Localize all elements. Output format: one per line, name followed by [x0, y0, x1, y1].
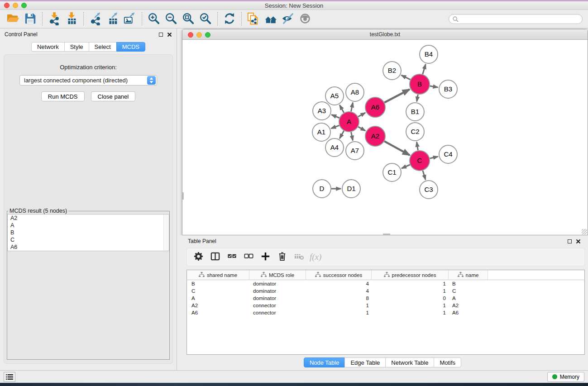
- table-cell[interactable]: A: [449, 295, 488, 301]
- export-table-button[interactable]: [104, 10, 121, 28]
- table-cell[interactable]: connector: [249, 303, 306, 308]
- tab-edge-table[interactable]: Edge Table: [344, 357, 386, 367]
- table-cell[interactable]: connector: [249, 310, 306, 315]
- graph-node-A4[interactable]: A4: [325, 138, 344, 157]
- table-cell[interactable]: 1: [306, 303, 372, 308]
- tab-motifs[interactable]: Motifs: [434, 357, 461, 367]
- deselect-all-button[interactable]: [242, 250, 255, 264]
- graph-node-A6[interactable]: A6: [365, 97, 385, 117]
- graph-edge[interactable]: [339, 105, 344, 113]
- function-builder-button[interactable]: f(x): [309, 252, 321, 262]
- graph-node-C[interactable]: C: [410, 151, 430, 171]
- graph-node-B1[interactable]: B1: [406, 103, 424, 121]
- float-panel-icon[interactable]: [159, 33, 163, 37]
- table-cell[interactable]: dominator: [249, 295, 306, 301]
- graph-node-C2[interactable]: C2: [406, 123, 424, 141]
- memory-button[interactable]: Memory: [547, 372, 584, 382]
- hide-selected-button[interactable]: [279, 10, 296, 28]
- graph-edge[interactable]: [331, 125, 339, 129]
- settings-gear-button[interactable]: [191, 250, 205, 264]
- graph-node-B2[interactable]: B2: [383, 62, 401, 80]
- tab-network[interactable]: Network: [31, 42, 65, 52]
- tab-select[interactable]: Select: [89, 42, 117, 52]
- table-cell[interactable]: C: [449, 288, 488, 294]
- save-session-button[interactable]: [22, 10, 39, 28]
- graph-edge[interactable]: [339, 131, 344, 138]
- table-cell[interactable]: 8: [306, 295, 372, 301]
- graph-node-B3[interactable]: B3: [439, 80, 457, 98]
- table-cell[interactable]: 1: [372, 303, 449, 308]
- graph-edge[interactable]: [358, 113, 365, 117]
- column-header-MCDS-role[interactable]: MCDS role: [249, 270, 306, 280]
- network-close-button[interactable]: [188, 32, 193, 38]
- result-list-item[interactable]: B: [8, 229, 169, 236]
- column-header-predecessor-nodes[interactable]: predecessor nodes: [372, 270, 449, 280]
- column-header-shared-name[interactable]: shared name: [187, 270, 249, 280]
- result-list-scrollbar[interactable]: [163, 214, 169, 251]
- graph-edge[interactable]: [430, 86, 438, 87]
- close-panel-button[interactable]: Close panel: [91, 91, 136, 101]
- tab-network-table[interactable]: Network Table: [385, 357, 434, 367]
- minimize-window-button[interactable]: [13, 3, 18, 8]
- table-cell[interactable]: A6: [449, 310, 488, 315]
- table-cell[interactable]: C: [187, 288, 249, 294]
- graph-node-A3[interactable]: A3: [313, 102, 331, 120]
- delete-column-button[interactable]: [275, 250, 289, 264]
- export-image-button[interactable]: [121, 10, 139, 28]
- table-row[interactable]: Cdominator41C: [187, 287, 584, 295]
- horizontal-scroll-indicator[interactable]: [383, 234, 390, 235]
- table-cell[interactable]: 1: [306, 310, 372, 315]
- zoom-fit-button[interactable]: [180, 10, 197, 28]
- network-minimize-button[interactable]: [196, 32, 202, 38]
- zoom-selected-button[interactable]: [197, 10, 214, 28]
- table-cell[interactable]: 4: [306, 288, 372, 294]
- tab-node-table[interactable]: Node Table: [304, 357, 345, 367]
- copy-network-button[interactable]: [245, 10, 262, 28]
- vertical-scroll-indicator[interactable]: [182, 192, 184, 200]
- show-all-button[interactable]: [296, 10, 314, 28]
- table-cell[interactable]: 1: [372, 281, 449, 286]
- open-file-button[interactable]: [5, 10, 22, 28]
- network-graph[interactable]: B4B2BB3A8A5A6B1A3AA1C2A2A4A7C4CC1C3DD1: [182, 40, 588, 235]
- graph-node-B[interactable]: B: [410, 74, 430, 94]
- graph-edge[interactable]: [402, 165, 410, 168]
- graph-node-A[interactable]: A: [339, 112, 359, 132]
- import-network-button[interactable]: [46, 10, 63, 28]
- network-canvas[interactable]: B4B2BB3A8A5A6B1A3AA1C2A2A4A7C4CC1C3DD1: [182, 40, 588, 235]
- table-cell[interactable]: B: [187, 281, 249, 286]
- graph-node-C3[interactable]: C3: [420, 181, 438, 199]
- graph-edge[interactable]: [402, 75, 411, 80]
- graph-edge[interactable]: [351, 132, 353, 141]
- graph-node-C4[interactable]: C4: [439, 145, 457, 163]
- graph-node-C1[interactable]: C1: [383, 163, 401, 181]
- import-table-button[interactable]: [63, 10, 80, 28]
- export-network-button[interactable]: [87, 10, 104, 28]
- zoom-out-button[interactable]: [163, 10, 180, 28]
- criterion-select[interactable]: largest connected component (directed): [19, 75, 157, 86]
- table-row[interactable]: A2connector11A2: [187, 302, 584, 309]
- select-all-button[interactable]: [225, 250, 239, 264]
- graph-edge[interactable]: [430, 157, 438, 158]
- table-cell[interactable]: A2: [187, 303, 249, 308]
- result-list-item[interactable]: A6: [8, 243, 169, 251]
- table-cell[interactable]: 1: [372, 310, 449, 315]
- table-cell[interactable]: dominator: [249, 281, 306, 286]
- graph-node-A7[interactable]: A7: [346, 142, 364, 160]
- graph-edge[interactable]: [358, 127, 365, 131]
- table-row[interactable]: Bdominator41B: [187, 280, 584, 287]
- graph-edge[interactable]: [331, 115, 339, 118]
- run-mcds-button[interactable]: Run MCDS: [41, 91, 85, 101]
- table-cell[interactable]: A: [187, 295, 249, 301]
- graph-edge[interactable]: [384, 90, 409, 103]
- search-field[interactable]: [449, 14, 583, 24]
- tab-mcds[interactable]: MCDS: [116, 42, 145, 52]
- graph-node-B4[interactable]: B4: [420, 45, 438, 63]
- graph-edge[interactable]: [423, 64, 426, 74]
- column-header-successor-nodes[interactable]: successor nodes: [306, 270, 372, 280]
- graph-node-A8[interactable]: A8: [346, 83, 364, 101]
- network-zoom-button[interactable]: [205, 32, 210, 38]
- graph-edge[interactable]: [351, 103, 353, 112]
- resize-grip[interactable]: [582, 229, 587, 234]
- graph-node-D1[interactable]: D1: [342, 180, 360, 198]
- graph-edge[interactable]: [417, 142, 418, 151]
